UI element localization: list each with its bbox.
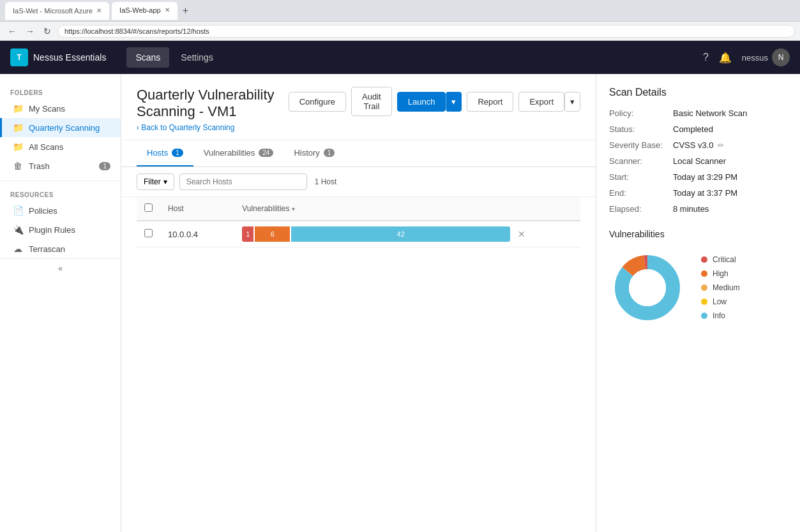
tab-hosts-badge: 1 — [172, 149, 183, 157]
sidebar-item-my-scans[interactable]: 📁 My Scans — [0, 99, 121, 118]
low-dot — [701, 299, 707, 305]
sidebar-quarterly-label: Quarterly Scanning — [29, 123, 100, 133]
resources-label: RESOURCES — [0, 186, 121, 201]
username: nessus — [742, 53, 768, 63]
chart-container: Critical High Medium Low — [609, 249, 787, 326]
address-input[interactable] — [57, 25, 795, 38]
filter-button[interactable]: Filter ▾ — [137, 174, 174, 190]
edit-severity-icon[interactable]: ✏ — [718, 141, 724, 150]
report-button[interactable]: Report — [467, 92, 513, 112]
end-label: End: — [609, 188, 673, 198]
page-header: Quarterly Vulnerability Scanning - VM1 B… — [121, 74, 596, 140]
tab-close-2[interactable]: ✕ — [165, 6, 170, 13]
tab-close-1[interactable]: ✕ — [96, 7, 102, 14]
logo-text: Nessus Essentials — [33, 52, 106, 63]
folders-label: FOLDERS — [0, 84, 121, 99]
new-tab-button[interactable]: + — [180, 5, 191, 17]
sidebar-item-policies[interactable]: 📄 Policies — [0, 201, 121, 220]
high-bar: 6 — [255, 226, 290, 242]
help-icon[interactable]: ? — [703, 52, 709, 63]
terrascan-icon: ☁ — [12, 244, 24, 254]
tab-vuln-label: Vulnerabilities — [204, 148, 255, 158]
export-button-group: Export ▾ — [518, 92, 580, 112]
tab-hosts[interactable]: Hosts 1 — [137, 140, 193, 166]
search-input[interactable] — [179, 174, 307, 190]
export-button[interactable]: Export — [518, 92, 564, 112]
status-label: Status: — [609, 124, 673, 134]
nav-scans[interactable]: Scans — [126, 47, 169, 68]
medium-label: Medium — [713, 283, 740, 292]
user-menu[interactable]: nessus N — [742, 48, 790, 66]
legend-high: High — [701, 269, 740, 278]
end-value: Today at 3:37 PM — [673, 188, 737, 198]
browser-tab-2[interactable]: IaS-Web-app ✕ — [112, 2, 177, 20]
sidebar-my-scans-label: My Scans — [29, 104, 65, 114]
sidebar-item-all-scans[interactable]: 📁 All Scans — [0, 137, 121, 156]
legend-medium: Medium — [701, 283, 740, 292]
tab-history-label: History — [294, 148, 319, 158]
user-avatar: N — [772, 48, 790, 66]
tab-label: IaS-Wet - Microsoft Azure — [13, 7, 93, 15]
host-count: 1 Host — [315, 177, 337, 186]
browser-tab-1[interactable]: IaS-Wet - Microsoft Azure ✕ — [5, 2, 109, 20]
reload-button[interactable]: ↻ — [41, 25, 54, 38]
launch-button-group: Launch ▾ — [397, 92, 462, 112]
critical-label: Critical — [713, 255, 736, 264]
severity-label: Severity Base: — [609, 140, 673, 150]
page-actions: Configure Audit Trail Launch ▾ Report Ex… — [289, 87, 580, 116]
launch-dropdown-button[interactable]: ▾ — [446, 92, 462, 112]
detail-elapsed: Elapsed: 8 minutes — [609, 204, 787, 214]
notification-icon[interactable]: 🔔 — [719, 52, 732, 64]
configure-button[interactable]: Configure — [289, 92, 346, 112]
policies-icon: 📄 — [12, 205, 24, 216]
breadcrumb[interactable]: Back to Quarterly Scanning — [137, 123, 234, 132]
medium-dot — [701, 284, 707, 291]
forward-button[interactable]: → — [23, 25, 37, 38]
detail-scanner: Scanner: Local Scanner — [609, 156, 787, 166]
sidebar-item-quarterly[interactable]: 📁 Quarterly Scanning — [0, 118, 121, 137]
sidebar-collapse-button[interactable]: « — [0, 258, 121, 278]
sidebar-item-trash[interactable]: 🗑 Trash 1 — [0, 156, 121, 175]
toolbar: Filter ▾ 1 Host — [121, 167, 596, 197]
row-checkbox[interactable] — [144, 229, 153, 237]
status-value: Completed — [673, 124, 713, 134]
policy-value: Basic Network Scan — [673, 108, 747, 118]
row-checkbox-cell — [137, 221, 160, 248]
main-layout: FOLDERS 📁 My Scans 📁 Quarterly Scanning … — [0, 74, 800, 532]
tab-hosts-label: Hosts — [147, 148, 168, 158]
elapsed-label: Elapsed: — [609, 204, 673, 214]
tabs-bar: Hosts 1 Vulnerabilities 24 History 1 — [121, 140, 596, 167]
sidebar-trash-label: Trash — [29, 161, 50, 171]
tab-history[interactable]: History 1 — [283, 140, 345, 166]
content-wrapper: Quarterly Vulnerability Scanning - VM1 B… — [121, 74, 800, 532]
sidebar-item-plugin-rules[interactable]: 🔌 Plugin Rules — [0, 220, 121, 239]
select-all-col — [137, 197, 160, 221]
address-bar: ← → ↻ — [0, 22, 800, 41]
host-cell: 10.0.0.4 — [160, 221, 234, 248]
app-bar: T Nessus Essentials Scans Settings ? 🔔 n… — [0, 41, 800, 74]
sidebar-item-terrascan[interactable]: ☁ Terrascan — [0, 239, 121, 258]
select-all-checkbox[interactable] — [144, 203, 153, 212]
elapsed-value: 8 minutes — [673, 204, 709, 214]
info-label: Info — [713, 311, 725, 320]
export-dropdown-button[interactable]: ▾ — [564, 92, 580, 112]
host-value: 10.0.0.4 — [168, 230, 198, 239]
back-button[interactable]: ← — [5, 25, 19, 38]
detail-policy: Policy: Basic Network Scan — [609, 108, 787, 118]
tab-vulnerabilities[interactable]: Vulnerabilities 24 — [193, 140, 284, 166]
low-label: Low — [713, 297, 727, 306]
vuln-bar[interactable]: 1 6 42 — [242, 226, 510, 242]
table-head: Host Vulnerabilities ▾ — [137, 197, 580, 221]
launch-button[interactable]: Launch — [397, 92, 446, 112]
audit-trail-button[interactable]: Audit Trail — [351, 87, 392, 116]
vuln-col-header[interactable]: Vulnerabilities ▾ — [234, 197, 580, 221]
host-col-label: Host — [168, 204, 184, 213]
info-bar: 42 — [291, 226, 510, 242]
my-scans-icon: 📁 — [12, 103, 24, 114]
donut-chart — [609, 249, 686, 326]
legend-low: Low — [701, 297, 740, 306]
nav-settings[interactable]: Settings — [172, 47, 222, 68]
row-delete-button[interactable]: ✕ — [514, 228, 529, 240]
detail-severity: Severity Base: CVSS v3.0 ✏ — [609, 140, 787, 150]
policy-label: Policy: — [609, 108, 673, 118]
